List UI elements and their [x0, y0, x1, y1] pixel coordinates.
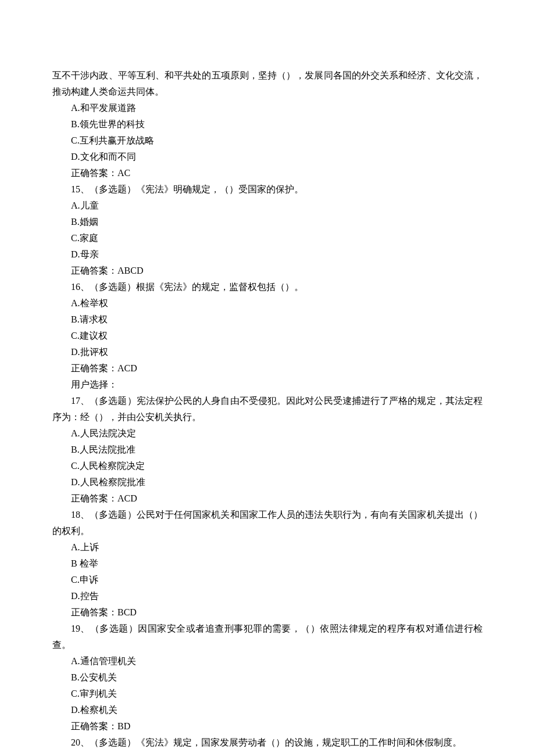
- q14-option-d: D.文化和而不同: [52, 149, 483, 165]
- q14-stem-continued: 互不干涉内政、平等互利、和平共处的五项原则，坚持（），发展同各国的外交关系和经济…: [52, 67, 483, 100]
- q15-answer: 正确答案：ABCD: [52, 263, 483, 279]
- q19-stem: 19、（多选题）因国家安全或者追查刑事犯罪的需要，（）依照法律规定的程序有权对通…: [52, 621, 483, 653]
- q15-stem: 15、（多选题）《宪法》明确规定，（）受国家的保护。: [52, 181, 483, 198]
- q18-option-b: B 检举: [52, 556, 483, 572]
- q15-option-b: B.婚姻: [52, 214, 483, 230]
- q16-stem: 16、（多选题）根据《宪法》的规定，监督权包括（）。: [52, 279, 483, 295]
- q17-answer: 正确答案：ACD: [52, 490, 483, 507]
- q15-option-d: D.母亲: [52, 246, 483, 263]
- q14-option-c: C.互利共赢开放战略: [52, 132, 483, 149]
- q19-option-b: B.公安机关: [52, 669, 483, 686]
- q14-option-b: B.领先世界的科技: [52, 116, 483, 132]
- q14-option-a: A.和平发展道路: [52, 100, 483, 116]
- q14-answer: 正确答案：AC: [52, 165, 483, 181]
- q18-answer: 正确答案：BCD: [52, 604, 483, 621]
- q17-option-b: B.人民法院批准: [52, 442, 483, 458]
- q17-option-d: D.人民检察院批准: [52, 474, 483, 490]
- q18-option-d: D.控告: [52, 588, 483, 604]
- q16-option-b: B.请求权: [52, 311, 483, 328]
- q18-option-a: A.上诉: [52, 539, 483, 556]
- q16-option-c: C.建议权: [52, 328, 483, 344]
- q17-option-c: C.人民检察院决定: [52, 458, 483, 474]
- q19-option-d: D.检察机关: [52, 702, 483, 718]
- q17-option-a: A.人民法院决定: [52, 425, 483, 442]
- q16-option-a: A.检举权: [52, 295, 483, 311]
- q19-option-a: A.通信管理机关: [52, 653, 483, 669]
- q19-answer: 正确答案：BD: [52, 718, 483, 734]
- q15-option-c: C.家庭: [52, 230, 483, 246]
- q17-stem: 17、（多选题）宪法保护公民的人身自由不受侵犯。因此对公民受逮捕进行了严格的规定…: [52, 393, 483, 425]
- q15-option-a: A.儿童: [52, 198, 483, 214]
- q16-answer: 正确答案：ACD: [52, 360, 483, 377]
- q18-option-c: C.申诉: [52, 572, 483, 588]
- q16-user-choice: 用户选择：: [52, 377, 483, 393]
- q16-option-d: D.批评权: [52, 344, 483, 360]
- q19-option-c: C.审判机关: [52, 686, 483, 702]
- q18-stem: 18、（多选题）公民对于任何国家机关和国家工作人员的违法失职行为，有向有关国家机…: [52, 507, 483, 539]
- q20-stem: 20、（多选题）《宪法》规定，国家发展劳动者（）的设施，规定职工的工作时间和休假…: [52, 734, 483, 751]
